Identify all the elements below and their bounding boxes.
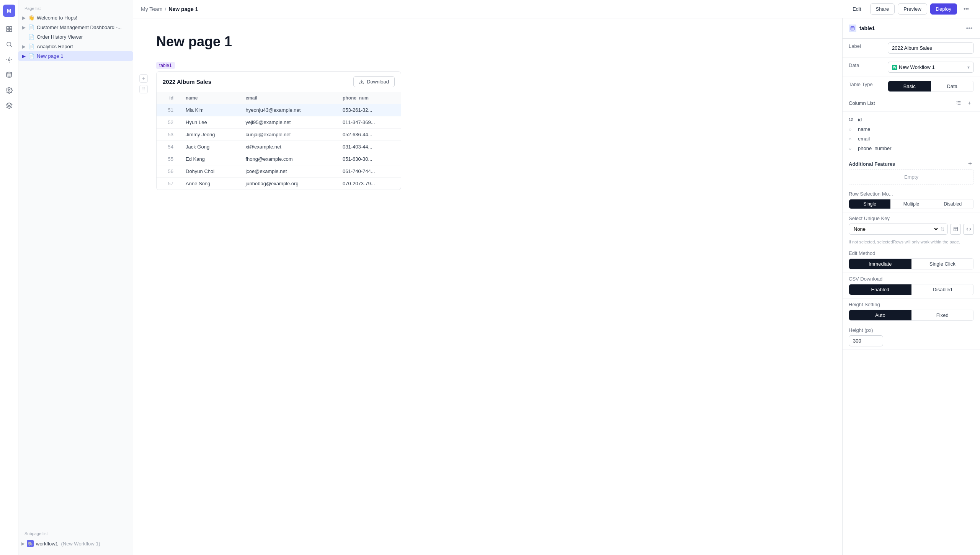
cell-email: jcoe@example.net (239, 165, 336, 178)
sidebar-item-label: Analytics Report (37, 44, 128, 49)
subpage-label: workflow1 (New Workflow 1) (36, 541, 100, 547)
height-px-section: Height (px) (843, 324, 980, 350)
download-button[interactable]: Download (353, 76, 395, 87)
unique-key-select[interactable]: None (852, 226, 939, 232)
breadcrumb-separator: / (165, 6, 167, 12)
plugins-icon[interactable] (3, 100, 15, 112)
column-item-id[interactable]: 12 id (843, 115, 980, 124)
column-list: 12 id ○ name ○ email ○ phone_number (843, 112, 980, 156)
share-button[interactable]: Share (870, 3, 895, 15)
data-field-value[interactable]: W New Workflow 1 ▾ (888, 62, 974, 73)
column-list-actions: + (954, 98, 974, 108)
integrations-icon[interactable] (3, 54, 15, 66)
data-field-label: Data (849, 62, 883, 68)
deploy-button[interactable]: Deploy (930, 3, 957, 15)
csv-download-toggle: Enabled Disabled (849, 284, 974, 295)
column-add-button[interactable]: + (965, 98, 974, 108)
additional-features-section: Additional Features + Empty (843, 156, 980, 188)
column-sort-button[interactable] (954, 98, 963, 108)
table-component-wrapper: + ⠿ table1 2022 Album Sales Dow (156, 62, 401, 190)
more-options-button[interactable]: ••• (960, 3, 972, 15)
edit-method-immediate-button[interactable]: Immediate (849, 259, 911, 269)
right-panel: table1 ••• Label Data W New Workflow 1 ▾ (842, 18, 980, 555)
row-selection-disabled-button[interactable]: Disabled (932, 199, 973, 209)
workflow-name: New Workflow 1 (899, 64, 966, 70)
table-row[interactable]: 54 Jack Gong xi@example.net 031-403-44..… (157, 141, 401, 153)
type-icon-phone: ○ (849, 146, 855, 151)
chevron-icon: ▶ (21, 54, 26, 59)
svg-point-8 (8, 90, 10, 91)
chevron-icon: ▶ (21, 25, 26, 30)
table-type-data-button[interactable]: Data (931, 81, 974, 91)
svg-rect-17 (954, 227, 957, 231)
row-selection-multiple-button[interactable]: Multiple (890, 199, 932, 209)
height-px-label: Height (px) (849, 327, 974, 333)
svg-rect-1 (9, 26, 11, 29)
row-selection-single-button[interactable]: Single (849, 199, 890, 209)
type-icon-name: ○ (849, 127, 855, 132)
sidebar-item-welcome[interactable]: ▶ 👋 Welcome to Hops! (18, 13, 133, 23)
column-list-section: Column List + 12 (843, 96, 980, 156)
avatar[interactable]: M (3, 5, 15, 17)
sidebar-item-label: Welcome to Hops! (37, 15, 128, 21)
edit-button[interactable]: Edit (847, 3, 867, 15)
table-type-basic-button[interactable]: Basic (888, 81, 931, 91)
height-px-input[interactable] (849, 335, 883, 346)
add-block-button[interactable]: + (139, 74, 148, 83)
cell-phone: 053-261-32... (336, 104, 401, 116)
sidebar-item-analytics[interactable]: ▶ 📄 Analytics Report (18, 42, 133, 51)
table-row[interactable]: 51 Mia Kim hyeonju43@example.net 053-261… (157, 104, 401, 116)
type-icon-id: 12 (849, 118, 855, 122)
settings-icon[interactable] (3, 84, 15, 96)
edit-method-single-click-button[interactable]: Single Click (911, 259, 974, 269)
additional-features-title: Additional Features (849, 161, 895, 167)
select-unique-key-input[interactable]: None ⇅ (849, 224, 948, 235)
table-row[interactable]: 52 Hyun Lee yeji95@example.net 011-347-3… (157, 116, 401, 129)
column-list-header: Column List + (843, 96, 980, 112)
subpage-item-workflow1[interactable]: ▶ 🐘 workflow1 (New Workflow 1) (18, 538, 133, 549)
preview-button[interactable]: Preview (898, 3, 927, 15)
label-row: Label (843, 39, 980, 58)
height-auto-button[interactable]: Auto (849, 310, 911, 320)
chevron-icon: ▶ (21, 44, 26, 49)
sidebar-item-new-page-1[interactable]: ▶ 📄 New page 1 (18, 51, 133, 61)
move-block-button[interactable]: ⠿ (139, 85, 148, 93)
subpage-list-title: Subpage list (18, 525, 133, 538)
cell-email: xi@example.net (239, 141, 336, 153)
data-icon[interactable] (3, 69, 15, 81)
topbar-actions: Edit Share Preview Deploy ••• (847, 3, 972, 15)
code-view-button[interactable] (963, 224, 974, 235)
table-view-button[interactable] (950, 224, 961, 235)
label-input[interactable] (888, 42, 974, 54)
sidebar-item-order-history[interactable]: ▶ 📄 Order History Viewer (18, 32, 133, 42)
download-label: Download (367, 79, 389, 85)
table-row[interactable]: 53 Jimmy Jeong cunjai@example.net 052-63… (157, 129, 401, 141)
sidebar-item-customer-mgmt[interactable]: ▶ 📄 Customer Management Dashboard -... (18, 23, 133, 32)
page-content: New page 1 + ⠿ table1 2022 Album Sales (133, 18, 842, 555)
table-row[interactable]: 55 Ed Kang fhong@example.com 051-630-30.… (157, 153, 401, 165)
table-header-row: 2022 Album Sales Download (157, 72, 401, 92)
row-selection-toggle: Single Multiple Disabled (849, 199, 974, 209)
main-content: My Team / New page 1 Edit Share Preview … (133, 0, 980, 555)
csv-enabled-button[interactable]: Enabled (849, 284, 911, 295)
column-item-phone[interactable]: ○ phone_number (843, 144, 980, 153)
cell-id: 54 (157, 141, 180, 153)
cell-phone: 031-403-44... (336, 141, 401, 153)
search-icon[interactable] (3, 38, 15, 51)
unique-key-hint: If not selected, selectedRows will only … (843, 238, 980, 247)
panel-more-button[interactable]: ••• (965, 24, 974, 33)
svg-rect-10 (851, 27, 854, 30)
csv-disabled-button[interactable]: Disabled (911, 284, 974, 295)
team-name[interactable]: My Team (141, 6, 163, 12)
edit-method-toggle: Immediate Single Click (849, 258, 974, 269)
table-row[interactable]: 56 Dohyun Choi jcoe@example.net 061-740-… (157, 165, 401, 178)
height-fixed-button[interactable]: Fixed (911, 310, 974, 320)
pages-icon[interactable] (3, 23, 15, 35)
select-unique-key-label: Select Unique Key (849, 215, 974, 221)
table-row[interactable]: 57 Anne Song junhobag@example.org 070-20… (157, 178, 401, 190)
add-feature-button[interactable]: + (966, 160, 974, 168)
column-item-email[interactable]: ○ email (843, 134, 980, 144)
column-item-name[interactable]: ○ name (843, 124, 980, 134)
label-field-value[interactable] (888, 42, 974, 54)
data-select[interactable]: W New Workflow 1 ▾ (888, 62, 974, 73)
